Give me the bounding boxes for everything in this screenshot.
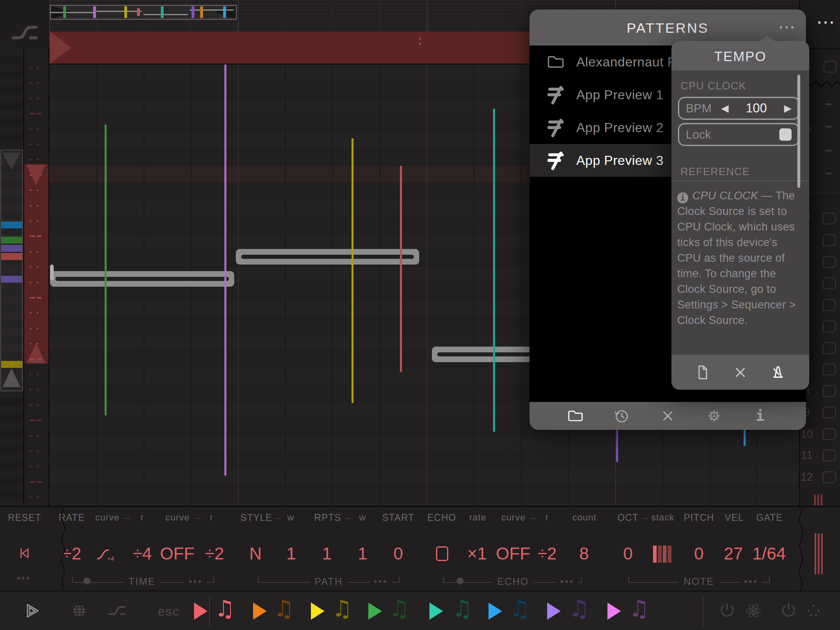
metronome-icon[interactable]: [769, 363, 787, 381]
param-value[interactable]: N: [249, 544, 262, 564]
bpm-increment-button[interactable]: ▶: [784, 103, 792, 114]
voice-note-icon[interactable]: ♫: [215, 596, 235, 621]
overview-playhead-tick: [63, 6, 66, 18]
playhead-1-range[interactable]: [24, 164, 48, 363]
param-value[interactable]: 0: [623, 544, 632, 564]
lock-toggle[interactable]: Lock: [678, 123, 799, 146]
group-knob[interactable]: [84, 578, 91, 584]
grid-scrollbar[interactable]: [50, 265, 54, 280]
dots-scatter-icon[interactable]: [804, 601, 823, 620]
param-value[interactable]: ÷4: [133, 544, 152, 564]
track-square[interactable]: [823, 450, 836, 461]
track-square[interactable]: [823, 234, 836, 246]
curve-value-icon[interactable]: 4: [95, 546, 116, 563]
voice-note-icon[interactable]: ♫: [569, 596, 589, 621]
param-value[interactable]: ÷2: [538, 544, 557, 564]
pitch-range-ruler[interactable]: [24, 48, 49, 506]
param-value[interactable]: 8: [579, 544, 589, 564]
stack-value-icon[interactable]: [653, 546, 673, 564]
esc-button[interactable]: esc: [158, 605, 180, 619]
voice-note-icon[interactable]: ♫: [332, 596, 352, 621]
play-all-icon[interactable]: [23, 601, 42, 620]
voice-play-button[interactable]: [368, 603, 382, 620]
reset-more-dots[interactable]: •••: [13, 573, 35, 584]
close-icon[interactable]: [731, 363, 749, 381]
group-more-dots[interactable]: •••: [556, 576, 578, 587]
echo-toggle[interactable]: [436, 546, 448, 562]
popover-scrollbar[interactable]: [797, 75, 800, 188]
label-dash: –: [276, 512, 281, 523]
voice-note-icon[interactable]: ♫: [274, 596, 294, 621]
overview-loop-region[interactable]: [50, 5, 237, 20]
group-more-dots[interactable]: •••: [370, 576, 392, 587]
voice-note-icon[interactable]: ♫: [629, 596, 649, 621]
voice-play-button[interactable]: [607, 603, 621, 620]
main-menu-button[interactable]: ⋯: [816, 11, 836, 33]
voice-note-icon[interactable]: ♫: [509, 596, 530, 621]
voice-note-icon[interactable]: ♫: [452, 596, 472, 621]
track-square[interactable]: [823, 277, 836, 289]
atom-icon[interactable]: [744, 601, 763, 620]
ruler-tick: [37, 435, 39, 437]
voice-play-button[interactable]: [253, 603, 267, 620]
bpm-stepper[interactable]: BPM ◀ 100 ▶: [678, 97, 799, 120]
param-value[interactable]: 1: [358, 544, 367, 564]
group-more-dots[interactable]: •••: [740, 576, 762, 587]
ruler-tick: [30, 220, 32, 222]
power-icon[interactable]: [718, 601, 737, 620]
globe-icon[interactable]: [70, 601, 89, 620]
param-value[interactable]: 1: [286, 544, 296, 564]
bpm-value[interactable]: 100: [728, 101, 784, 116]
gear-icon[interactable]: [705, 407, 723, 425]
pitch-minimap[interactable]: [0, 48, 24, 506]
track-square[interactable]: [823, 342, 836, 354]
voice-note-icon[interactable]: ♫: [389, 596, 409, 621]
patterns-menu-button[interactable]: ⋯: [778, 17, 795, 37]
group-knob[interactable]: [457, 578, 464, 584]
beat-line: [285, 0, 286, 32]
track-square[interactable]: [823, 299, 836, 311]
lock-checkbox[interactable]: [779, 128, 792, 141]
voice-play-button[interactable]: [311, 603, 324, 620]
param-value[interactable]: ÷2: [205, 544, 224, 564]
track-square[interactable]: [823, 363, 836, 375]
voice-play-button[interactable]: [429, 603, 443, 620]
ruler-tick: [37, 251, 39, 253]
ruler-tick: [30, 67, 32, 68]
track-square[interactable]: [823, 256, 836, 268]
divider: [671, 180, 809, 181]
param-value[interactable]: OFF: [496, 544, 530, 564]
param-value[interactable]: 1/64: [752, 544, 786, 564]
info-icon[interactable]: i: [751, 407, 769, 425]
voice-play-button[interactable]: [488, 603, 502, 620]
track-square[interactable]: [823, 385, 836, 397]
param-value[interactable]: 0: [694, 544, 703, 564]
track-square[interactable]: [823, 320, 836, 332]
toggle-square[interactable]: [824, 61, 837, 73]
note-bar[interactable]: [50, 271, 234, 287]
new-file-icon[interactable]: [694, 363, 712, 381]
track-square[interactable]: [823, 406, 836, 418]
history-icon[interactable]: [613, 407, 631, 425]
track-square[interactable]: [823, 471, 836, 483]
folder-icon[interactable]: [566, 407, 584, 425]
voice-play-button[interactable]: [194, 603, 208, 620]
slide-icon[interactable]: [107, 601, 126, 620]
close-icon[interactable]: [659, 407, 677, 425]
track-square[interactable]: [823, 428, 836, 440]
power-icon[interactable]: [779, 601, 798, 620]
param-value[interactable]: 27: [724, 544, 743, 564]
param-value[interactable]: ×1: [467, 544, 487, 564]
param-value[interactable]: 1: [322, 544, 331, 564]
app-logo[interactable]: [0, 0, 48, 48]
param-value[interactable]: 0: [393, 544, 403, 564]
group-more-dots[interactable]: •••: [185, 576, 207, 587]
reset-button[interactable]: [17, 546, 31, 561]
voice-play-button[interactable]: [547, 603, 561, 620]
param-value[interactable]: OFF: [160, 544, 194, 564]
minimap-viewport[interactable]: [0, 150, 23, 391]
overview-playhead-tick: [124, 6, 127, 18]
note-bar[interactable]: [236, 249, 419, 265]
bpm-decrement-button[interactable]: ◀: [721, 103, 728, 114]
clef-track-square[interactable]: [823, 212, 836, 224]
